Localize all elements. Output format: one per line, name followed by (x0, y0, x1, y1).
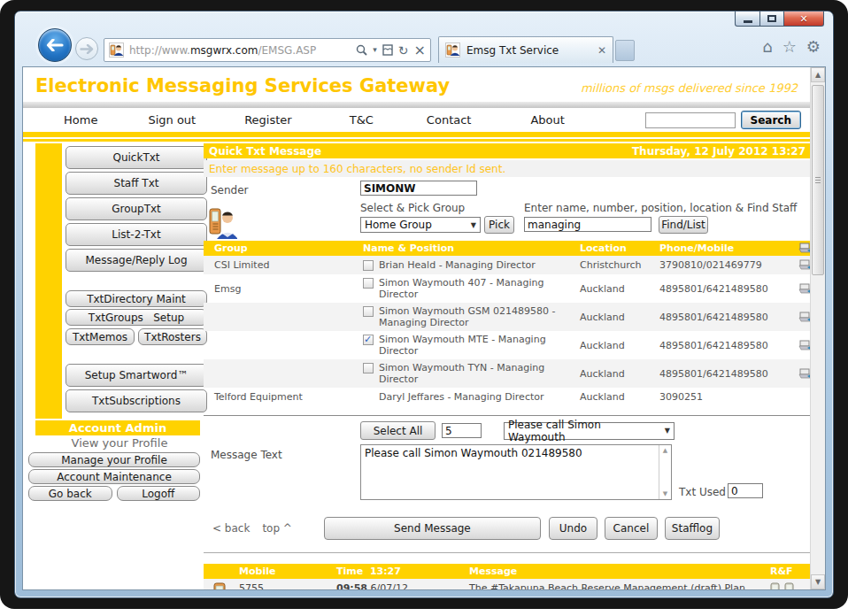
send-to-phone-icon[interactable] (798, 340, 810, 351)
reply-phone-icon[interactable] (770, 582, 780, 589)
message-log-header: Mobile Time 13:27 Message R&F (204, 564, 810, 579)
message-textarea[interactable]: Please call Simon Waymouth 021489580 ▲ ▼ (360, 444, 672, 500)
search-dropdown-caret-icon[interactable]: ▾ (373, 46, 377, 54)
group-select[interactable]: Home Group▼ (360, 217, 481, 233)
refresh-icon[interactable]: ↻ (398, 44, 409, 57)
separator (204, 415, 810, 416)
send-to-phone-icon[interactable] (798, 259, 810, 271)
back-link[interactable]: < back (212, 522, 250, 535)
txt-used-input[interactable] (728, 483, 763, 498)
scrollbar-thumb[interactable] (812, 85, 824, 275)
print-list-icon[interactable] (798, 243, 810, 254)
account-maintenance-button[interactable]: Account Maintenance (28, 469, 200, 484)
sidebar-item-txtgroups-setup[interactable]: TxtGroups Setup (66, 309, 207, 326)
stafflog-button[interactable]: Stafflog (665, 517, 720, 540)
send-message-button[interactable]: Send Message (324, 517, 541, 540)
send-to-phone-icon[interactable] (798, 312, 810, 323)
sidebar-item-txtdirectory-maint[interactable]: TxtDirectory Maint (66, 290, 207, 307)
sidebar-item-setup-smartword[interactable]: Setup Smartword™ (66, 364, 207, 387)
address-bar[interactable]: http://www.msgwrx.com/EMSG.ASP ▾ ↻ × (104, 38, 431, 62)
txt-used-label: Txt Used (679, 486, 726, 498)
browser-toolbar: http://www.msgwrx.com/EMSG.ASP ▾ ↻ × Ems… (24, 35, 824, 65)
tab-close-icon[interactable]: ✕ (597, 44, 606, 57)
forward-button[interactable] (75, 37, 98, 60)
page-datetime: Thursday, 12 July 2012 13:27 (632, 145, 806, 158)
selection-strip: Selection (35, 143, 62, 419)
favorites-star-icon[interactable]: ☆ (782, 39, 797, 55)
nav-item-register[interactable]: Register (244, 113, 292, 127)
sidebar-item-txtmemos[interactable]: TxtMemos (66, 328, 135, 345)
maximize-button[interactable] (760, 12, 784, 27)
main-panel: Quick Txt Message Thursday, 12 July 2012… (204, 142, 810, 589)
nav-item-tandc[interactable]: T&C (350, 113, 374, 127)
log-col-message: Message (469, 566, 770, 577)
nav-item-contact[interactable]: Contact (427, 113, 472, 127)
table-row: Telford Equipment Daryl Jeffares - Manag… (204, 388, 810, 406)
browser-action-icons: ⌂ ☆ ⚙ (762, 39, 821, 55)
selection-label: Selection (23, 143, 38, 220)
staff-checkbox[interactable] (363, 363, 374, 373)
new-tab-button[interactable] (615, 40, 635, 61)
sidebar-item-message-reply-log[interactable]: Message/Reply Log (66, 249, 207, 272)
window-controls: ✕ (735, 12, 824, 27)
log-message-text: The #Takapuna Beach Reserve Management (… (469, 582, 770, 589)
staff-checkbox[interactable] (363, 278, 374, 289)
sidebar-item-stafftxt[interactable]: Staff Txt (66, 172, 207, 195)
page-content: Electronic Messaging Services Gateway mi… (23, 67, 810, 589)
staff-checkbox[interactable] (363, 306, 374, 317)
go-back-button[interactable]: Go back (28, 486, 112, 501)
pick-button[interactable]: Pick (484, 216, 514, 234)
cancel-button[interactable]: Cancel (605, 517, 658, 540)
chevron-down-icon: ▼ (471, 221, 476, 229)
find-staff-input[interactable] (524, 217, 651, 232)
compatibility-view-icon[interactable] (382, 44, 393, 56)
find-list-button[interactable]: Find/List (659, 216, 708, 234)
main-nav: Home Sign out Register T&C Contact About… (23, 108, 810, 132)
tab-favicon (445, 42, 460, 58)
nav-item-signout[interactable]: Sign out (148, 113, 196, 127)
forward-phone-icon[interactable] (784, 582, 794, 589)
search-icon[interactable] (356, 44, 367, 56)
page-scrollbar[interactable]: ▲ ▼ (810, 67, 825, 589)
site-search-input[interactable] (645, 112, 736, 128)
sidebar-item-txtsubscriptions[interactable]: TxtSubscriptions (66, 389, 207, 412)
send-to-phone-icon[interactable] (798, 368, 810, 380)
undo-button[interactable]: Undo (549, 517, 597, 540)
textarea-scrollbar[interactable]: ▲ ▼ (659, 445, 671, 499)
scroll-down-icon: ▼ (663, 490, 667, 497)
browser-tab[interactable]: Emsg Txt Service ✕ (438, 36, 613, 63)
stop-icon[interactable]: × (414, 43, 426, 58)
nav-item-home[interactable]: Home (64, 113, 97, 127)
template-message-select[interactable]: Please call Simon Waymouth▼ (504, 422, 675, 440)
send-to-phone-icon[interactable] (798, 283, 810, 295)
sidebar-item-quicktxt[interactable]: QuickTxt (66, 146, 207, 169)
instruction-text: Enter message up to 160 characters, no s… (204, 160, 810, 177)
log-row: 5755Tweet takapuna2020 09:58 6/07/12 The… (204, 579, 810, 589)
nav-item-about[interactable]: About (530, 113, 564, 127)
sidebar-item-txtrosters[interactable]: TxtRosters (138, 328, 207, 345)
staff-checkbox[interactable] (363, 335, 374, 345)
site-search-button[interactable]: Search (741, 111, 801, 129)
home-icon[interactable]: ⌂ (762, 39, 772, 55)
staff-checkbox[interactable] (363, 260, 374, 271)
settings-gear-icon[interactable]: ⚙ (806, 39, 821, 55)
back-button[interactable] (38, 28, 72, 62)
message-text-label: Message Text (211, 449, 282, 461)
selected-count-input[interactable] (442, 423, 482, 438)
sidebar-item-list2txt[interactable]: List-2-Txt (66, 223, 207, 246)
scrollbar-down-icon[interactable]: ▼ (811, 574, 825, 589)
sidebar: Selection QuickTxt Staff Txt GroupTxt Li… (23, 142, 204, 589)
view-your-profile-link[interactable]: View your Profile (35, 435, 204, 451)
close-button[interactable]: ✕ (784, 12, 824, 27)
minimize-button[interactable] (735, 12, 760, 27)
scrollbar-up-icon[interactable]: ▲ (811, 67, 825, 82)
sender-input[interactable] (360, 181, 477, 196)
staff-table: Group Name & Position Location Phone/Mob… (204, 241, 810, 406)
top-link[interactable]: top ^ (262, 522, 292, 535)
select-all-button[interactable]: Select All (360, 421, 436, 440)
logoff-button[interactable]: Logoff (117, 486, 201, 501)
separator (204, 552, 810, 553)
manage-your-profile-button[interactable]: Manage your Profile (28, 452, 200, 467)
person-with-phone-icon (209, 207, 237, 239)
sidebar-item-grouptxt[interactable]: GroupTxt (66, 197, 207, 220)
